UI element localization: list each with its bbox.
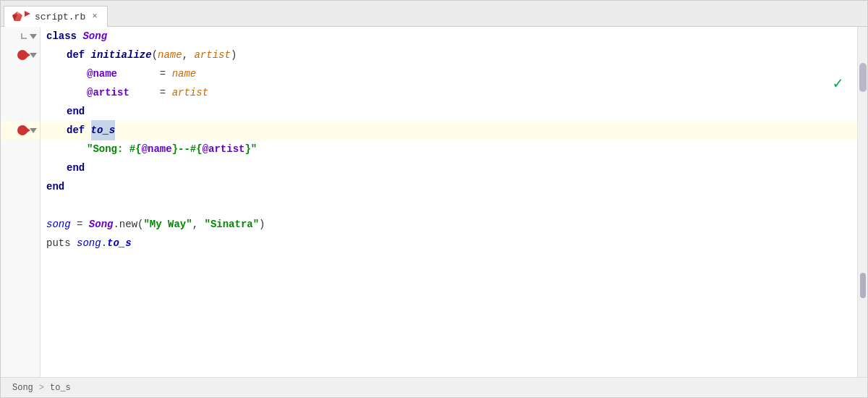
tab-filename: script.rb: [35, 12, 85, 22]
scrollbar-thumb-bottom[interactable]: [860, 273, 866, 298]
fold-initialize-icon[interactable]: [30, 53, 37, 58]
gutter: [1, 27, 41, 377]
fold-to_s-icon[interactable]: [30, 128, 37, 133]
code-line-3: @name = name: [41, 64, 857, 83]
code-line-7: "Song: #{@name}--#{@artist}": [41, 140, 857, 158]
code-line-8: end: [41, 158, 857, 177]
fold-class-icon[interactable]: [30, 34, 37, 39]
code-line-6: def to_s: [41, 121, 857, 140]
breadcrumb-separator: >: [39, 383, 44, 393]
code-area[interactable]: class Song def initialize(name, artist) …: [41, 27, 857, 377]
scrollbar-thumb-top[interactable]: [859, 63, 867, 92]
editor-main: class Song def initialize(name, artist) …: [1, 27, 867, 377]
code-line-1: class Song: [41, 27, 857, 46]
code-line-2: def initialize(name, artist): [41, 46, 857, 64]
code-line-12: puts song.to_s: [41, 234, 857, 253]
breadcrumb-method: to_s: [50, 383, 71, 393]
code-line-9: end: [41, 177, 857, 196]
breakpoint-tab-icon: [25, 11, 30, 17]
breadcrumb-class: Song: [12, 383, 33, 393]
tab-close-button[interactable]: ×: [90, 12, 100, 22]
code-lines: class Song def initialize(name, artist) …: [41, 27, 857, 253]
tab-bar: script.rb ×: [1, 1, 867, 27]
ruby-icon: [12, 11, 23, 22]
code-line-10: [41, 196, 857, 215]
breadcrumb: Song > to_s: [12, 383, 71, 393]
code-line-11: song = Song.new("My Way", "Sinatra"): [41, 215, 857, 234]
checkmark-icon: ✓: [833, 74, 843, 93]
code-line-4: @artist = artist: [41, 83, 857, 102]
editor-window: script.rb ×: [0, 0, 868, 398]
vertical-scrollbar[interactable]: [857, 27, 867, 377]
svg-marker-4: [25, 11, 30, 17]
file-tab[interactable]: script.rb ×: [4, 6, 108, 27]
code-line-5: end: [41, 102, 857, 121]
status-bar: Song > to_s: [1, 377, 867, 397]
